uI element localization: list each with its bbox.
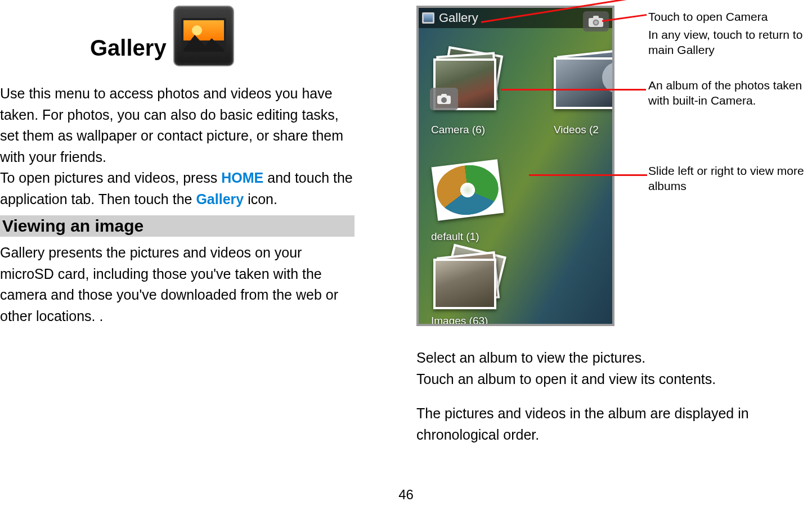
section1-paragraph: Gallery presents the pictures and videos… [0, 242, 355, 327]
album-default[interactable]: default (1) [431, 154, 515, 243]
album-videos[interactable]: Videos (2 [554, 47, 614, 136]
svg-point-2 [192, 25, 202, 35]
phone-screenshot: Gallery Camera (6) [416, 6, 614, 326]
svg-rect-9 [441, 94, 447, 97]
annotation-album-camera: An album of the photos taken with built-… [648, 78, 812, 109]
annotation-slide: Slide left or right to view more albums [648, 163, 812, 194]
camera-badge-icon [430, 88, 458, 110]
svg-point-10 [441, 97, 447, 103]
annotation-return-gallery: In any view, touch to return to main Gal… [648, 27, 812, 58]
album-camera[interactable]: Camera (6) [431, 47, 515, 136]
right-column-text: Select an album to view the pictures. To… [416, 347, 810, 445]
album-images[interactable]: Images (63) [431, 250, 515, 326]
home-keyword: HOME [221, 170, 263, 186]
album-default-label: default (1) [431, 231, 515, 243]
album-videos-label: Videos (2 [554, 124, 614, 136]
annotation-open-camera: Touch to open Camera [648, 9, 812, 24]
annotation-line [529, 174, 647, 176]
intro-paragraph-1: Use this menu to access photos and video… [0, 83, 355, 168]
picture-icon [422, 12, 434, 24]
intro-paragraph-2: To open pictures and videos, press HOME … [0, 168, 355, 210]
phone-header-title[interactable]: Gallery [439, 11, 478, 25]
annotation-line [501, 89, 646, 91]
section-heading-viewing-image: Viewing an image [0, 215, 355, 237]
svg-rect-5 [593, 16, 599, 19]
gallery-app-icon [173, 6, 234, 66]
gallery-keyword: Gallery [196, 191, 244, 207]
album-images-label: Images (63) [431, 315, 515, 326]
album-camera-label: Camera (6) [431, 124, 515, 136]
page-number: 46 [398, 487, 414, 503]
page-title: Gallery [90, 35, 167, 66]
svg-point-7 [594, 21, 598, 24]
svg-rect-1 [183, 20, 224, 40]
